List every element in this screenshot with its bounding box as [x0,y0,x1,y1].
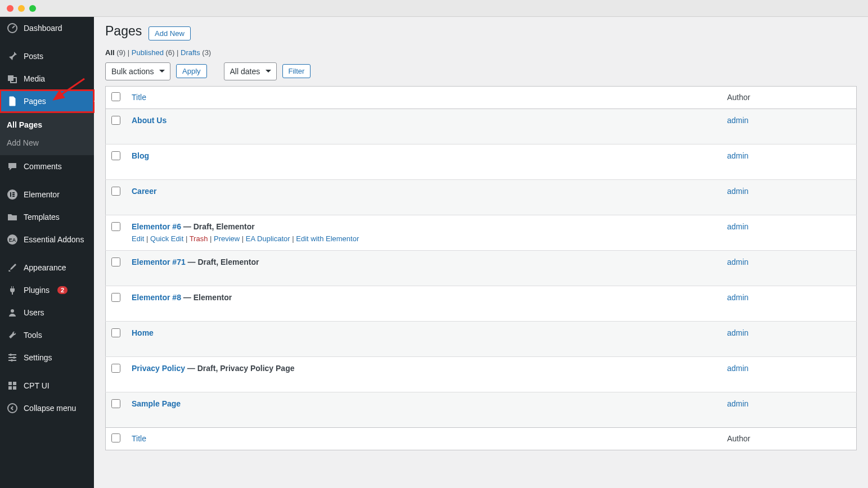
date-filter-select[interactable]: All dates [224,62,277,80]
row-state: — Draft, Elementor [186,257,259,266]
row-checkbox[interactable] [111,257,120,266]
row-checkbox[interactable] [111,364,120,373]
row-action-edit-elementor[interactable]: Edit with Elementor [296,234,359,243]
sidebar-sub-all-pages[interactable]: All Pages [0,116,94,134]
author-link[interactable]: admin [727,187,749,196]
dashboard-icon [7,22,18,34]
row-title-link[interactable]: Blog [132,151,149,160]
row-checkbox[interactable] [111,187,120,196]
brush-icon [7,262,18,273]
row-checkbox[interactable] [111,222,120,231]
column-title-footer[interactable]: Title [132,434,146,443]
window-minimize-button[interactable] [18,5,25,12]
table-row: Elementor #6 — Draft, ElementorEdit | Qu… [106,215,857,250]
status-filters: All (9) | Published (6) | Drafts (3) [105,48,857,57]
svg-point-14 [11,359,13,362]
row-action-trash[interactable]: Trash [190,234,208,243]
svg-rect-5 [10,192,11,197]
row-state: — Draft, Elementor [181,222,255,231]
sidebar-item-cpt-ui[interactable]: CPT UI [0,374,94,397]
row-action-duplicator[interactable]: EA Duplicator [246,234,290,243]
sidebar-item-label: Dashboard [24,24,62,33]
sidebar-item-pages[interactable]: Pages [0,90,94,112]
svg-text:EA: EA [9,237,16,243]
sidebar-item-appearance[interactable]: Appearance [0,256,94,279]
row-checkbox[interactable] [111,328,120,337]
author-link[interactable]: admin [727,151,749,160]
author-link[interactable]: admin [727,328,749,337]
sidebar-item-label: Users [24,308,44,317]
svg-point-13 [13,356,15,359]
column-author-footer[interactable]: Author [722,427,857,450]
row-action-quick-edit[interactable]: Quick Edit [150,234,183,243]
author-link[interactable]: admin [727,116,749,125]
svg-rect-16 [13,382,16,385]
page-title: Pages [105,24,142,39]
table-row: Privacy Policy — Draft, Privacy Policy P… [106,356,857,392]
sidebar-item-label: Posts [24,52,43,61]
row-title-link[interactable]: Career [132,187,156,196]
row-title-link[interactable]: About Us [132,116,167,125]
svg-rect-7 [12,194,15,195]
sidebar-item-label: Essential Addons [24,235,84,244]
row-title-link[interactable]: Sample Page [132,399,181,408]
sidebar-item-plugins[interactable]: Plugins 2 [0,279,94,301]
svg-point-19 [8,404,17,413]
select-all-checkbox-footer[interactable] [111,433,120,442]
sidebar-item-users[interactable]: Users [0,301,94,324]
sidebar-item-label: Plugins [24,286,50,295]
sidebar-item-settings[interactable]: Settings [0,346,94,369]
window-close-button[interactable] [7,5,14,12]
wrench-icon [7,329,18,341]
sidebar-item-templates[interactable]: Templates [0,206,94,228]
sidebar-item-posts[interactable]: Posts [0,45,94,67]
author-link[interactable]: admin [727,364,749,373]
filter-drafts[interactable]: Drafts (3) [181,48,211,57]
row-checkbox[interactable] [111,293,120,302]
window-titlebar [0,0,868,17]
row-title-link[interactable]: Elementor #6 [132,222,181,231]
author-link[interactable]: admin [727,293,749,302]
table-row: Sample Pageadmin [106,392,857,427]
sidebar-item-label: Collapse menu [24,404,76,413]
column-author[interactable]: Author [722,86,857,109]
row-checkbox[interactable] [111,399,120,408]
row-title-link[interactable]: Home [132,328,154,337]
filter-published[interactable]: Published (6) [132,48,175,57]
author-link[interactable]: admin [727,399,749,408]
svg-rect-18 [13,386,16,390]
table-row: Elementor #71 — Draft, Elementoradmin [106,250,857,286]
svg-rect-17 [8,386,12,390]
svg-rect-6 [12,192,15,193]
column-title[interactable]: Title [132,93,146,102]
sidebar-item-dashboard[interactable]: Dashboard [0,17,94,39]
author-link[interactable]: admin [727,257,749,266]
folder-icon [7,211,18,223]
apply-button[interactable]: Apply [176,64,207,78]
sidebar-item-label: Templates [24,213,60,222]
window-zoom-button[interactable] [29,5,36,12]
author-link[interactable]: admin [727,222,749,231]
row-checkbox[interactable] [111,116,120,125]
row-title-link[interactable]: Privacy Policy [132,364,185,373]
sidebar-item-media[interactable]: Media [0,67,94,90]
select-all-checkbox[interactable] [111,92,120,101]
row-title-link[interactable]: Elementor #8 [132,293,181,302]
sidebar-sub-add-new[interactable]: Add New [0,134,94,152]
sidebar-item-elementor[interactable]: Elementor [0,183,94,206]
filter-all[interactable]: All [105,48,115,57]
row-action-preview[interactable]: Preview [214,234,240,243]
sidebar-item-essential-addons[interactable]: EA Essential Addons [0,228,94,251]
sidebar-item-tools[interactable]: Tools [0,324,94,346]
table-row: Blogadmin [106,144,857,179]
filter-button[interactable]: Filter [282,64,311,78]
sidebar-item-label: CPT UI [24,381,50,390]
bulk-actions-select[interactable]: Bulk actions [105,62,170,80]
sidebar-item-collapse[interactable]: Collapse menu [0,397,94,419]
add-new-button[interactable]: Add New [149,26,191,40]
cpt-icon [7,380,18,391]
row-title-link[interactable]: Elementor #71 [132,257,186,266]
sidebar-item-comments[interactable]: Comments [0,155,94,178]
row-checkbox[interactable] [111,151,120,160]
row-action-edit[interactable]: Edit [132,234,144,243]
